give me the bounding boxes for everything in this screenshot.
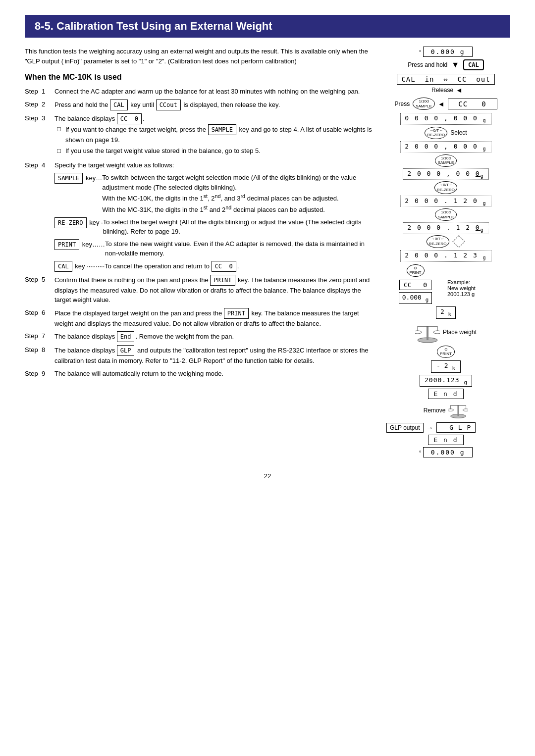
svg-marker-0 <box>453 236 465 248</box>
step-8: Step 8 The balance displays GLP and outp… <box>25 345 376 366</box>
svg-point-5 <box>415 331 422 334</box>
svg-rect-9 <box>458 405 459 416</box>
step-2: Step 2 Press and hold the CAL key until … <box>25 100 376 110</box>
intro-text: This function tests the weighing accurac… <box>25 47 376 66</box>
step-6: Step 6 Place the displayed target weight… <box>25 308 376 329</box>
page-header: 8-5. Calibration Test Using an External … <box>25 15 510 38</box>
step-1: Step 1 Connect the AC adapter and warm u… <box>25 87 376 97</box>
svg-rect-2 <box>427 326 428 340</box>
svg-point-14 <box>463 409 469 411</box>
svg-point-7 <box>433 331 440 334</box>
page-number: 22 <box>25 472 510 480</box>
step-3: Step 3 The balance displays CC 0. □If yo… <box>25 113 376 157</box>
step-5: Step 5 Confirm that there is nothing on … <box>25 275 376 305</box>
step-7: Step 7 The balance displays End. Remove … <box>25 331 376 342</box>
step-4: Step 4 Specify the target weight value a… <box>25 160 376 170</box>
step-9: Step 9 The balance will automatically re… <box>25 369 376 379</box>
key-descriptions: SAMPLE key… To switch between the target… <box>54 173 376 272</box>
section-title: When the MC-10K is used <box>25 73 376 82</box>
svg-point-12 <box>448 409 454 411</box>
diagram: ° 0.000 g Press and hold ▼ CAL CAL in ⇔ … <box>381 47 510 457</box>
